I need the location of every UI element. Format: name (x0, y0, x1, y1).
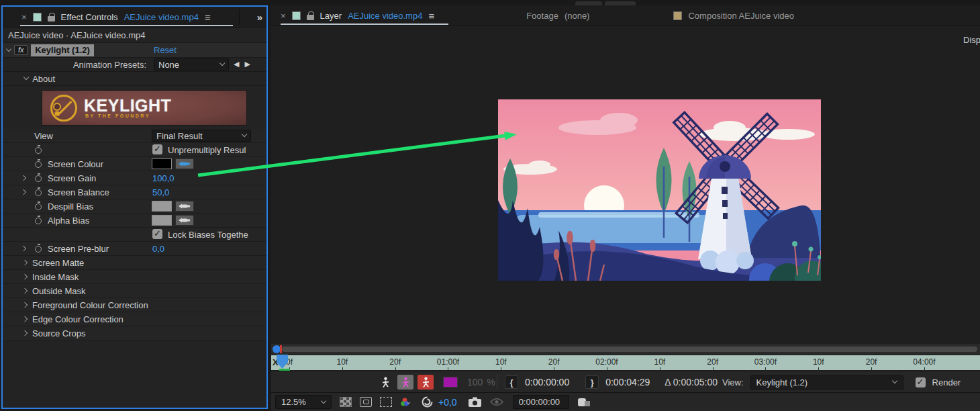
chevron-right-icon[interactable] (22, 260, 28, 266)
despill-bias-swatch[interactable] (152, 201, 172, 212)
panel-menu-icon[interactable]: ≡ (205, 11, 211, 23)
normal-figure-button[interactable] (377, 375, 393, 390)
tab-title[interactable]: Layer (320, 11, 342, 21)
param-row-screen-gain: Screen Gain 100,0 (3, 171, 266, 185)
eyedropper-button[interactable] (175, 158, 194, 169)
param-group-row[interactable]: Foreground Colour Correction (3, 298, 266, 312)
current-time-field[interactable]: 0:00:00:00 (513, 395, 569, 409)
set-in-point-button[interactable]: { (505, 375, 518, 389)
red-figure-button[interactable] (418, 375, 434, 390)
time-ruler[interactable]: X 0f10f20f01:00f10f20f02:00f10f20f03:00f… (271, 355, 980, 370)
chevron-right-icon[interactable] (22, 274, 28, 280)
panel-menu-icon[interactable]: ≡ (428, 10, 434, 21)
magnification-dropdown[interactable]: 12.5% (275, 395, 332, 409)
param-group-row[interactable]: Edge Colour Correction (3, 312, 266, 326)
param-group-label: Screen Matte (32, 258, 84, 268)
chevron-right-icon[interactable] (22, 288, 28, 294)
param-label: Despill Bias (48, 201, 93, 212)
layer-view-dropdown[interactable]: Keylight (1.2) (750, 375, 903, 390)
ruler-tick-label: 10f (328, 355, 357, 371)
duration-delta[interactable]: Δ 0:00:05:00 (665, 377, 718, 387)
chevron-right-icon[interactable] (22, 330, 28, 336)
param-group-row[interactable]: Inside Mask (3, 270, 266, 284)
layer-canvas[interactable] (498, 99, 821, 281)
rgb-channels-icon (400, 397, 413, 408)
effect-header-row[interactable]: fx Keylight (1.2) Reset (3, 43, 266, 58)
toolbar-remnant-strip (0, 0, 980, 5)
magenta-figure-button[interactable] (397, 375, 413, 390)
chevron-down-icon[interactable] (23, 75, 30, 81)
param-value[interactable]: 100,0 (152, 173, 175, 183)
unpremultiply-checkbox[interactable] (152, 144, 162, 154)
stopwatch-icon[interactable] (34, 173, 43, 183)
stopwatch-icon[interactable] (34, 216, 43, 226)
about-label: About (32, 74, 55, 84)
tab-document-name[interactable]: AEJuice video.mp4 (348, 11, 422, 21)
snapshot-button[interactable] (468, 397, 482, 408)
next-preset-button[interactable]: ▶ (244, 60, 255, 68)
effect-controls-tabbar: × Effect Controls AEJuice video.mp4 ≡ » (3, 7, 266, 28)
eyedropper-icon (179, 217, 191, 224)
alpha-bias-swatch[interactable] (152, 215, 172, 226)
chevron-right-icon[interactable] (21, 189, 27, 195)
about-row[interactable]: About (3, 72, 266, 86)
ruler-tick-label: 10f (645, 355, 675, 371)
lock-biases-checkbox[interactable] (152, 229, 162, 239)
transparency-grid-icon[interactable] (340, 397, 352, 407)
exposure-offset-value[interactable]: +0,0 (438, 397, 457, 408)
fast-previews-button[interactable] (577, 397, 591, 408)
show-snapshot-button[interactable] (490, 398, 503, 406)
param-value[interactable]: 0,0 (152, 244, 164, 254)
previous-preset-button[interactable]: ◀ (234, 60, 244, 68)
clipped-panel-text: Displ (963, 35, 980, 45)
param-group-label: Source Crops (32, 328, 85, 338)
exposure-control[interactable] (422, 396, 433, 408)
animation-presets-dropdown[interactable]: None (154, 58, 229, 71)
stopwatch-icon[interactable] (34, 201, 43, 212)
eyedropper-icon (179, 161, 191, 167)
eyedropper-button[interactable] (175, 215, 194, 226)
region-of-interest-icon[interactable] (380, 397, 392, 407)
render-checkbox[interactable] (916, 377, 926, 387)
in-point-time[interactable]: 0:00:00:00 (525, 377, 569, 387)
chevron-right-icon[interactable] (22, 316, 28, 322)
close-icon[interactable]: × (281, 11, 286, 21)
close-icon[interactable]: × (21, 12, 27, 22)
param-label: Alpha Bias (48, 216, 89, 226)
chevron-right-icon[interactable] (22, 302, 28, 308)
param-group-row[interactable]: Outside Mask (3, 284, 266, 298)
horizontal-scrollbar[interactable] (282, 347, 977, 352)
active-tab-underline (20, 25, 233, 26)
tab-composition[interactable]: Composition AEJuice video (688, 11, 794, 21)
chevron-right-icon[interactable] (21, 175, 27, 181)
param-group-row[interactable]: Screen Matte (3, 256, 266, 270)
channel-buttons[interactable] (400, 397, 413, 408)
ruler-tick-label: 20f (856, 355, 886, 371)
lock-icon[interactable] (48, 13, 55, 21)
tab-title[interactable]: Effect Controls (61, 12, 118, 22)
fx-badge-icon[interactable]: fx (14, 45, 28, 55)
masks-toggle-icon[interactable] (360, 397, 372, 407)
tab-document-name[interactable]: AEJuice video.mp4 (124, 12, 199, 22)
stopwatch-icon[interactable] (34, 145, 43, 155)
opacity-value[interactable]: 100 (467, 377, 483, 387)
stopwatch-icon[interactable] (34, 159, 43, 169)
panel-overflow-icon[interactable]: » (257, 11, 261, 23)
view-dropdown[interactable]: Final Result (152, 130, 251, 142)
chevron-right-icon[interactable] (21, 246, 27, 252)
lock-icon[interactable] (307, 11, 314, 20)
set-out-point-button[interactable]: } (585, 375, 599, 389)
colour-swatch[interactable] (443, 377, 458, 387)
eyedropper-button[interactable] (175, 201, 194, 212)
param-value[interactable]: 50,0 (152, 187, 169, 197)
effect-name[interactable]: Keylight (1.2) (31, 44, 94, 56)
chevron-down-icon[interactable] (6, 46, 12, 52)
reset-link[interactable]: Reset (154, 45, 177, 55)
tab-footage[interactable]: Footage (526, 11, 558, 21)
stopwatch-icon[interactable] (34, 187, 43, 197)
stopwatch-icon[interactable] (34, 244, 43, 254)
param-group-row[interactable]: Source Crops (3, 326, 266, 340)
out-point-time[interactable]: 0:00:04:29 (605, 377, 650, 387)
screen-colour-swatch[interactable] (152, 158, 172, 169)
panel-color-swatch (292, 11, 301, 20)
